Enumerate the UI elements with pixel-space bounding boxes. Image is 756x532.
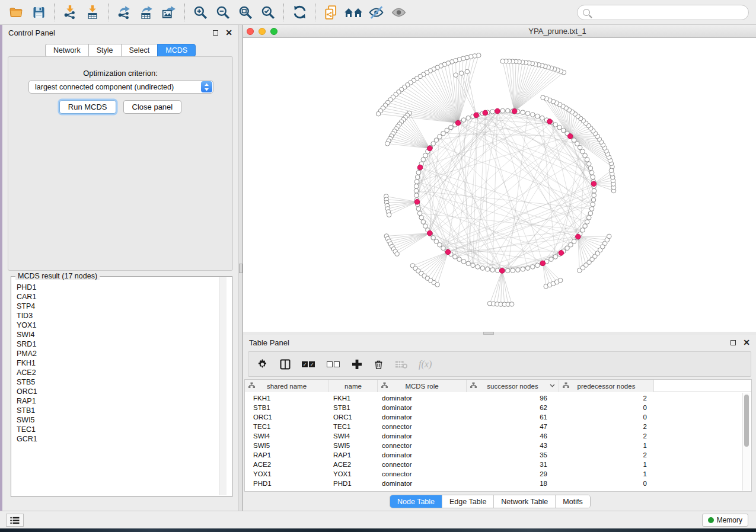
zoom-selected-icon[interactable]	[258, 4, 278, 21]
cell-predecessor_nodes[interactable]: 1	[559, 461, 654, 468]
mcds-result-item[interactable]: PMA2	[17, 349, 224, 358]
table-row[interactable]: STB1STB1dominator620	[245, 403, 751, 412]
table-row[interactable]: FKH1FKH1dominator962	[245, 393, 751, 403]
cell-shared_name[interactable]: ACE2	[245, 461, 329, 468]
table-row[interactable]: PHD1PHD1dominator180	[245, 479, 751, 488]
cell-successor_nodes[interactable]: 29	[467, 470, 559, 477]
cell-predecessor_nodes[interactable]: 1	[559, 442, 654, 449]
first-neighbors-icon[interactable]	[343, 4, 363, 21]
import-table-icon[interactable]	[82, 4, 103, 21]
cell-mcds_role[interactable]: dominator	[378, 432, 467, 440]
cell-successor_nodes[interactable]: 47	[467, 423, 559, 430]
mcds-result-item[interactable]: STB1	[17, 406, 224, 415]
mcds-result-item[interactable]: CAR1	[17, 292, 224, 302]
refresh-icon[interactable]	[289, 4, 310, 21]
cell-shared_name[interactable]: RAP1	[245, 451, 329, 459]
delete-column-icon[interactable]	[373, 357, 384, 372]
cell-name[interactable]: TEC1	[329, 423, 378, 430]
mcds-result-list[interactable]: PHD1CAR1STP4TID3YOX1SWI4SRD1PMA2FKH1ACE2…	[12, 279, 224, 495]
cell-predecessor_nodes[interactable]: 0	[559, 404, 654, 411]
cell-successor_nodes[interactable]: 62	[467, 404, 559, 411]
cell-name[interactable]: YOX1	[329, 470, 378, 477]
tab-mcds[interactable]: MCDS	[157, 44, 196, 57]
open-folder-icon[interactable]	[6, 4, 26, 21]
cell-mcds_role[interactable]: connector	[378, 470, 467, 477]
table-row[interactable]: ACE2ACE2connector311	[245, 460, 751, 469]
mcds-result-item[interactable]: GCR1	[17, 434, 224, 444]
table-row[interactable]: YOX1YOX1connector291	[245, 469, 751, 479]
cell-successor_nodes[interactable]: 35	[467, 451, 559, 459]
table-row[interactable]: TEC1TEC1connector472	[245, 422, 751, 431]
run-mcds-button[interactable]: Run MCDS	[59, 100, 116, 114]
column-layout-icon[interactable]	[279, 357, 291, 372]
tab-network[interactable]: Network	[45, 44, 88, 57]
zoom-out-icon[interactable]	[213, 4, 233, 21]
close-panel-button[interactable]: Close panel	[123, 100, 182, 114]
import-network-icon[interactable]	[60, 4, 80, 21]
cell-name[interactable]: ORC1	[329, 414, 378, 421]
export-image-icon[interactable]	[159, 4, 179, 21]
mcds-result-item[interactable]: FKH1	[17, 358, 224, 368]
tab-edge-table[interactable]: Edge Table	[442, 495, 494, 508]
show-all-icon[interactable]	[388, 4, 409, 21]
criterion-select[interactable]: largest connected component (undirected)	[28, 80, 213, 94]
float-window-icon[interactable]	[731, 340, 736, 345]
mcds-result-item[interactable]: STB5	[17, 377, 224, 387]
cell-name[interactable]: ACE2	[329, 461, 378, 468]
cell-shared_name[interactable]: SWI4	[245, 432, 329, 440]
export-table-icon[interactable]	[136, 4, 157, 21]
cell-predecessor_nodes[interactable]: 2	[559, 395, 654, 402]
node-table[interactable]: shared namenameMCDS rolesuccessor nodesp…	[244, 379, 752, 492]
task-history-button[interactable]	[6, 514, 24, 527]
cell-name[interactable]: STB1	[329, 404, 378, 411]
cell-successor_nodes[interactable]: 18	[467, 480, 559, 487]
splitter-handle[interactable]	[239, 264, 243, 273]
table-row[interactable]: RAP1RAP1dominator352	[245, 450, 751, 460]
cell-predecessor_nodes[interactable]: 0	[559, 414, 654, 421]
cell-mcds_role[interactable]: dominator	[378, 404, 467, 411]
cell-successor_nodes[interactable]: 61	[467, 414, 559, 421]
mcds-result-item[interactable]: STP4	[17, 302, 224, 311]
hide-selected-icon[interactable]	[366, 4, 386, 21]
mcds-result-item[interactable]: YOX1	[17, 321, 224, 330]
cell-name[interactable]: RAP1	[329, 451, 378, 459]
network-window-titlebar[interactable]: YPA_prune.txt_1	[243, 25, 756, 38]
cell-shared_name[interactable]: FKH1	[245, 395, 329, 402]
cell-predecessor_nodes[interactable]: 2	[559, 423, 654, 430]
cell-predecessor_nodes[interactable]: 2	[559, 432, 654, 440]
cell-name[interactable]: FKH1	[329, 395, 378, 402]
column-header-successor-nodes[interactable]: successor nodes	[467, 380, 559, 392]
mcds-result-item[interactable]: PHD1	[17, 283, 224, 292]
deselect-all-columns-icon[interactable]	[327, 357, 341, 372]
table-row[interactable]: ORC1ORC1dominator610	[245, 412, 751, 422]
cell-mcds_role[interactable]: connector	[378, 461, 467, 468]
column-header-predecessor-nodes[interactable]: predecessor nodes	[559, 380, 654, 392]
column-header-shared-name[interactable]: shared name	[245, 380, 329, 392]
cell-shared_name[interactable]: SWI5	[245, 442, 329, 449]
mcds-result-item[interactable]: SRD1	[17, 339, 224, 349]
tab-node-table[interactable]: Node Table	[390, 495, 442, 508]
cell-name[interactable]: SWI4	[329, 432, 378, 440]
cell-predecessor_nodes[interactable]: 1	[559, 470, 654, 477]
mcds-result-item[interactable]: TEC1	[17, 425, 224, 434]
vertical-splitter[interactable]	[238, 25, 243, 511]
cell-shared_name[interactable]: YOX1	[245, 470, 329, 477]
cell-mcds_role[interactable]: connector	[378, 423, 467, 430]
cell-name[interactable]: PHD1	[329, 480, 378, 487]
add-column-icon[interactable]	[352, 357, 362, 372]
network-graph[interactable]	[243, 38, 756, 332]
mcds-result-item[interactable]: SWI4	[17, 330, 224, 339]
tab-network-table[interactable]: Network Table	[494, 495, 556, 508]
cell-mcds_role[interactable]: dominator	[378, 451, 467, 459]
float-window-icon[interactable]	[213, 30, 218, 36]
mcds-result-item[interactable]: SWI5	[17, 415, 224, 425]
table-scrollbar[interactable]	[742, 393, 750, 491]
cell-successor_nodes[interactable]: 43	[467, 442, 559, 449]
table-row[interactable]: SWI4SWI4dominator462	[245, 431, 751, 441]
zoom-fit-icon[interactable]	[235, 4, 256, 21]
zoom-in-icon[interactable]	[190, 4, 210, 21]
mcds-result-item[interactable]: ORC1	[17, 387, 224, 396]
table-row[interactable]: SWI5SWI5connector431	[245, 441, 751, 450]
duplicate-network-icon[interactable]	[321, 4, 341, 21]
cell-mcds_role[interactable]: dominator	[378, 395, 467, 402]
